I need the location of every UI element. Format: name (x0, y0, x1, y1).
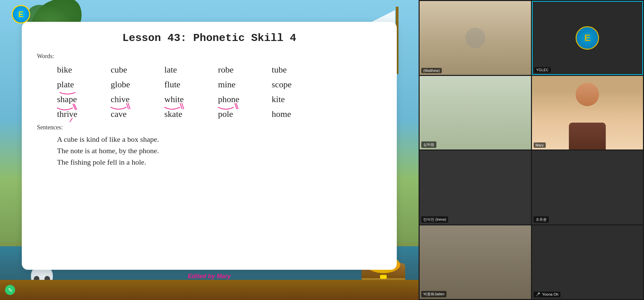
video-tile-yoona: 🎤 Yoona Oh (532, 225, 643, 299)
mary-head (576, 83, 599, 106)
sentence-3: The fishing pole fell in a hole. (57, 158, 382, 167)
content-card: Lesson 43: Phonetic Skill 4 Words: bike … (22, 22, 397, 270)
yoona-name: Yoona Oh (542, 292, 558, 296)
word-cube: cube (111, 65, 138, 75)
video-tile-jaden: 박종화Jaden (420, 225, 531, 299)
edit-icon[interactable]: ✎ (5, 285, 15, 295)
word-kite: kite (272, 94, 299, 104)
sentence-1: A cube is kind of like a box shape. (57, 135, 382, 144)
yoona-label: 🎤 Yoona Oh (534, 292, 560, 297)
word-white: white (164, 94, 191, 104)
sentences-section: Sentences: A cube is kind of like a box … (37, 124, 382, 167)
word-scope: scope (272, 80, 299, 90)
words-row-2: plate globe flute mine scope (37, 80, 382, 90)
yglec-label: YGLEC (534, 67, 551, 73)
edited-by-caption: Edited by Mary (188, 273, 231, 280)
word-chive: chive (111, 94, 138, 104)
mary-body (569, 123, 606, 149)
video-tile-irene: 민아인 (Irene) (420, 151, 531, 224)
video-tile-yglec: E YGLEC (532, 1, 643, 75)
video-tile-shimharim: 심하림 (420, 76, 531, 150)
words-row-1: bike cube late robe tube (37, 65, 382, 75)
yglec-logo-letter: E (584, 33, 591, 43)
matthew-label: (Matthew) (421, 68, 442, 73)
word-cave: cave (111, 109, 138, 119)
word-robe: robe (218, 65, 245, 75)
jaden-video-content (420, 225, 531, 299)
sentence-2: The note is at home, by the phone. (57, 146, 382, 155)
word-globe: globe (111, 80, 138, 90)
main-presentation-area: 💀 E ✎ Lesson 43: Phonetic Skill 4 Words:… (0, 0, 419, 300)
word-plate: plate (57, 80, 84, 90)
yoona-video-content (532, 225, 643, 299)
words-row-3: shape chive white (37, 94, 382, 104)
irene-video-content (420, 151, 531, 224)
word-tube: tube (272, 65, 299, 75)
word-shape: shape (57, 94, 84, 104)
logo-letter: E (18, 10, 23, 19)
joyuyun-label: 조유윤 (534, 216, 549, 223)
word-flute: flute (164, 80, 191, 90)
mary-video-content (532, 76, 643, 150)
word-bike: bike (57, 65, 84, 75)
shimharim-label: 심하림 (421, 141, 436, 148)
word-pole: pole (218, 109, 245, 119)
joyuyun-video-content (532, 151, 643, 224)
yglec-logo: E (576, 26, 599, 50)
logo: E (12, 5, 30, 24)
mary-label: Mary (534, 142, 546, 148)
word-thrive: thrive (57, 109, 84, 119)
video-tile-joyuyun: 조유윤 (532, 151, 643, 224)
word-home: home (272, 109, 299, 119)
words-label: Words: (37, 53, 382, 60)
mic-icon: 🎤 (536, 292, 540, 296)
lesson-title: Lesson 43: Phonetic Skill 4 (37, 32, 382, 44)
word-skate: skate (164, 109, 191, 119)
video-tile-matthew: (Matthew) (420, 1, 531, 75)
pencil-icon: ✎ (8, 287, 12, 293)
words-row-4: thrive cave skate pole home (37, 109, 382, 119)
jaden-label: 박종화Jaden (421, 291, 446, 297)
word-phone: phone (218, 94, 245, 104)
matthew-video-content (420, 1, 531, 75)
matthew-avatar-placeholder (465, 28, 485, 48)
ground-decoration (0, 280, 419, 300)
video-tile-mary: Mary (532, 76, 643, 150)
sentences-label: Sentences: (37, 124, 382, 131)
video-sidebar: (Matthew) E YGLEC 심하림 Mary 민아인 (Irene) (419, 0, 644, 300)
irene-label: 민아인 (Irene) (421, 216, 448, 223)
word-late: late (164, 65, 191, 75)
shimharim-video-content (420, 76, 531, 150)
yglec-video-content: E (533, 2, 643, 74)
word-mine: mine (218, 80, 245, 90)
